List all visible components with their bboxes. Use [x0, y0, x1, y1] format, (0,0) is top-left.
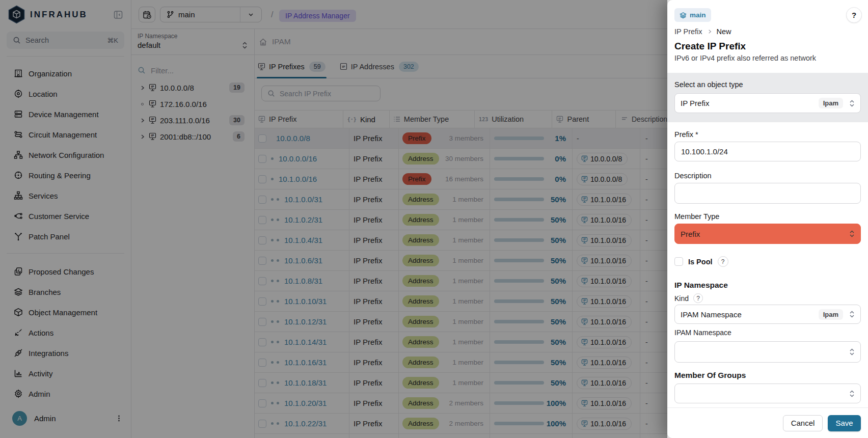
is-pool-row: Is Pool ?: [674, 256, 728, 267]
object-type-value: IP Prefix: [681, 99, 819, 107]
member-type-field-label: Member Type: [674, 212, 719, 221]
member-of-groups-label: Member Of Groups: [674, 371, 746, 380]
chevron-right-icon: [707, 29, 712, 34]
breadcrumb-object[interactable]: IP Prefix: [674, 28, 702, 36]
layers-icon: [680, 12, 687, 19]
chevron-updown-icon: [849, 230, 855, 238]
chevron-updown-icon: [849, 99, 855, 107]
chevron-updown-icon: [849, 390, 855, 398]
save-button[interactable]: Save: [828, 415, 861, 431]
drawer-title: Create IP Prefix: [674, 41, 746, 52]
ipam-chip: Ipam: [819, 309, 843, 320]
member-type-value: Prefix: [681, 230, 849, 238]
kind-label: Kind: [674, 294, 689, 303]
drawer-subtitle: IPv6 or IPv4 prefix also referred as net…: [674, 54, 816, 62]
is-pool-help-icon[interactable]: ?: [718, 256, 728, 267]
branch-badge-label: main: [690, 11, 706, 19]
ip-namespace-section-label: IP Namespace: [674, 281, 728, 290]
kind-select[interactable]: IPAM Namespace Ipam: [674, 305, 861, 324]
infrahub-app: INFRAHUB Search ⌘K Organization Location…: [0, 0, 868, 438]
ipam-namespace-select[interactable]: [674, 341, 861, 363]
chevron-updown-icon: [849, 310, 855, 318]
kind-help-icon[interactable]: ?: [693, 293, 703, 303]
description-field-input[interactable]: [674, 183, 861, 204]
is-pool-label: Is Pool: [688, 258, 713, 266]
drawer-footer: Cancel Save: [667, 407, 868, 438]
description-field-label: Description: [674, 172, 712, 180]
object-type-label: Select an object type: [674, 80, 743, 89]
member-type-select[interactable]: Prefix: [674, 224, 861, 244]
create-ip-prefix-drawer: main ? IP Prefix New Create IP Prefix IP…: [667, 0, 868, 438]
drawer-breadcrumb: IP Prefix New: [674, 28, 731, 36]
breadcrumb-current: New: [717, 28, 731, 36]
kind-value: IPAM Namespace: [681, 310, 819, 319]
chevron-updown-icon: [849, 348, 855, 356]
member-of-groups-select[interactable]: [674, 384, 861, 403]
modal-overlay[interactable]: [0, 0, 667, 438]
is-pool-checkbox[interactable]: [674, 257, 683, 266]
cancel-button[interactable]: Cancel: [783, 415, 823, 431]
kind-row: Kind ?: [674, 293, 703, 303]
ipam-chip: Ipam: [819, 98, 843, 108]
prefix-field-label: Prefix *: [674, 130, 698, 139]
ipam-namespace-label: IPAM Namespace: [674, 328, 731, 337]
help-button[interactable]: ?: [846, 7, 862, 23]
object-type-select[interactable]: IP Prefix Ipam: [674, 93, 861, 113]
prefix-field-input[interactable]: 10.100.1.0/24: [674, 142, 861, 161]
prefix-field-value: 10.100.1.0/24: [681, 147, 728, 156]
branch-badge: main: [674, 8, 711, 22]
